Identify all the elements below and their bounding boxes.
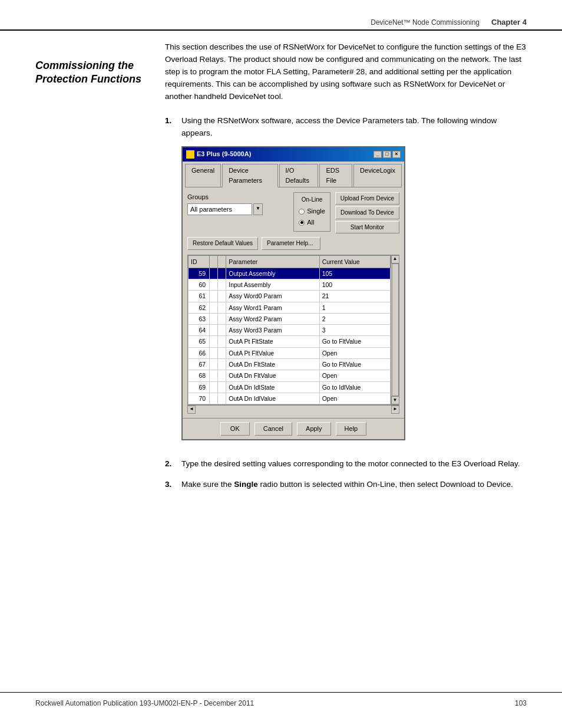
table-row[interactable]: 63 Assy Word2 Param 2 xyxy=(189,313,391,324)
groups-dropdown[interactable]: All parameters xyxy=(187,203,252,215)
scroll-thumb[interactable] xyxy=(392,263,399,396)
table-body: 59 Output Assembly 105 60 Input Assembly… xyxy=(189,268,391,404)
cell-param: Output Assembly xyxy=(226,268,319,279)
table-row[interactable]: 69 OutA Dn IdlState Go to IdlValue xyxy=(189,381,391,393)
tab-device-parameters[interactable]: Device Parameters xyxy=(222,164,277,187)
step-2: 2. Type the desired setting values corre… xyxy=(165,458,527,470)
dialog-app-icon: ⚡ xyxy=(186,150,194,159)
step-3-text: Make sure the Single radio button is sel… xyxy=(181,479,527,491)
dialog-title-left: ⚡ E3 Plus (9-5000A) xyxy=(186,149,251,159)
hscroll-left-button[interactable]: ◄ xyxy=(187,406,196,414)
cell-value: Go to FltValue xyxy=(319,358,390,370)
step-1: 1. Using the RSNetWorx software, access … xyxy=(165,115,527,450)
table-row[interactable]: 70 OutA Dn IdlValue Open xyxy=(189,393,391,404)
table-row[interactable]: 60 Input Assembly 100 xyxy=(189,279,391,291)
cell-id: 61 xyxy=(189,291,210,302)
tab-eds-file[interactable]: EDS File xyxy=(319,164,352,187)
table-row[interactable]: 68 OutA Dn FltValue Open xyxy=(189,370,391,381)
upload-button[interactable]: Upload From Device xyxy=(335,192,399,205)
step-1-content: Using the RSNetWorx software, access the… xyxy=(181,115,527,450)
cell-value: 21 xyxy=(319,291,390,302)
cell-param: Assy Word0 Param xyxy=(226,291,319,302)
step-1-num: 1. xyxy=(165,115,177,450)
cell-icon1 xyxy=(210,381,218,393)
cell-icon1 xyxy=(210,291,218,302)
table-row[interactable]: 67 OutA Dn FltState Go to FltValue xyxy=(189,358,391,370)
minimize-button[interactable]: _ xyxy=(373,151,382,158)
param-table-container: ID Parameter Current Value xyxy=(187,255,399,405)
apply-button[interactable]: Apply xyxy=(297,422,331,436)
cell-id: 69 xyxy=(189,381,210,393)
radio-all-button[interactable] xyxy=(299,220,305,226)
hscroll-right-button[interactable]: ► xyxy=(391,406,399,414)
dropdown-arrow-icon[interactable]: ▼ xyxy=(253,203,263,215)
cell-icon1 xyxy=(210,313,218,324)
cell-id: 62 xyxy=(189,302,210,313)
table-row[interactable]: 59 Output Assembly 105 xyxy=(189,268,391,279)
cancel-button[interactable]: Cancel xyxy=(254,422,292,436)
cell-icon2 xyxy=(218,358,226,370)
vertical-scrollbar[interactable]: ▲ ▼ xyxy=(391,255,399,404)
step-3-bold: Single xyxy=(234,480,258,489)
radio-single-button[interactable] xyxy=(299,209,305,215)
tab-io-defaults[interactable]: I/O Defaults xyxy=(279,164,319,187)
cell-value: 100 xyxy=(319,279,390,291)
help-button[interactable]: Help xyxy=(336,422,367,436)
radio-single-label: Single xyxy=(307,206,325,216)
cell-icon1 xyxy=(210,358,218,370)
dialog-controls: _ □ × xyxy=(373,151,401,158)
step-3: 3. Make sure the Single radio button is … xyxy=(165,479,527,491)
cell-param: Input Assembly xyxy=(226,279,319,291)
table-inner: ID Parameter Current Value xyxy=(188,255,391,404)
horizontal-scrollbar[interactable]: ◄ ► xyxy=(187,405,399,413)
monitor-button[interactable]: Start Monitor xyxy=(335,221,399,234)
table-row[interactable]: 66 OutA Pt FltValue Open xyxy=(189,347,391,358)
close-button[interactable]: × xyxy=(392,151,401,158)
cell-id: 70 xyxy=(189,393,210,404)
cell-id: 66 xyxy=(189,347,210,358)
radio-all-row: All xyxy=(299,218,325,228)
cell-value: Open xyxy=(319,393,390,404)
middle-btn-row: Restore Default Values Parameter Help... xyxy=(187,237,399,250)
cell-icon1 xyxy=(210,279,218,291)
cell-icon1 xyxy=(210,336,218,347)
param-help-button[interactable]: Parameter Help... xyxy=(262,237,320,250)
table-row[interactable]: 65 OutA Pt FltState Go to FltValue xyxy=(189,336,391,347)
cell-value: Go to FltValue xyxy=(319,336,390,347)
cell-id: 59 xyxy=(189,268,210,279)
tab-general[interactable]: General xyxy=(185,164,221,187)
cell-icon2 xyxy=(218,347,226,358)
header-title: DeviceNet™ Node Commissioning xyxy=(371,18,480,27)
scroll-down-button[interactable]: ▼ xyxy=(391,396,399,404)
cell-id: 65 xyxy=(189,336,210,347)
cell-icon1 xyxy=(210,302,218,313)
hscroll-track[interactable] xyxy=(196,406,391,413)
cell-id: 60 xyxy=(189,279,210,291)
download-button[interactable]: Download To Device xyxy=(335,206,399,219)
cell-icon2 xyxy=(218,393,226,404)
cell-icon2 xyxy=(218,279,226,291)
table-row[interactable]: 64 Assy Word3 Param 3 xyxy=(189,325,391,336)
cell-icon2 xyxy=(218,381,226,393)
online-section: On-Line Single All xyxy=(293,192,330,232)
table-row[interactable]: 62 Assy Word1 Param 1 xyxy=(189,302,391,313)
groups-section: Groups All parameters ▼ xyxy=(187,192,289,215)
restore-defaults-button[interactable]: Restore Default Values xyxy=(187,237,258,250)
cell-param: OutA Dn IdlState xyxy=(226,381,319,393)
cell-param: OutA Dn FltState xyxy=(226,358,319,370)
table-header-row: ID Parameter Current Value xyxy=(189,255,391,268)
footer-publication: Rockwell Automation Publication 193-UM00… xyxy=(35,699,254,707)
tab-devicelogix[interactable]: DeviceLogix xyxy=(353,164,402,187)
maximize-button[interactable]: □ xyxy=(383,151,391,158)
col-icon2 xyxy=(218,255,226,268)
dialog-footer: OK Cancel Apply Help xyxy=(183,418,404,439)
right-buttons-group: Upload From Device Download To Device St… xyxy=(335,192,399,234)
cell-value: Open xyxy=(319,370,390,381)
dialog-titlebar: ⚡ E3 Plus (9-5000A) _ □ × xyxy=(183,147,404,161)
right-column: This section describes the use of RSNetW… xyxy=(165,41,527,499)
step-1-text: Using the RSNetWorx software, access the… xyxy=(181,116,497,137)
table-row[interactable]: 61 Assy Word0 Param 21 xyxy=(189,291,391,302)
scroll-up-button[interactable]: ▲ xyxy=(391,255,399,263)
ok-button[interactable]: OK xyxy=(220,422,250,436)
cell-param: Assy Word1 Param xyxy=(226,302,319,313)
